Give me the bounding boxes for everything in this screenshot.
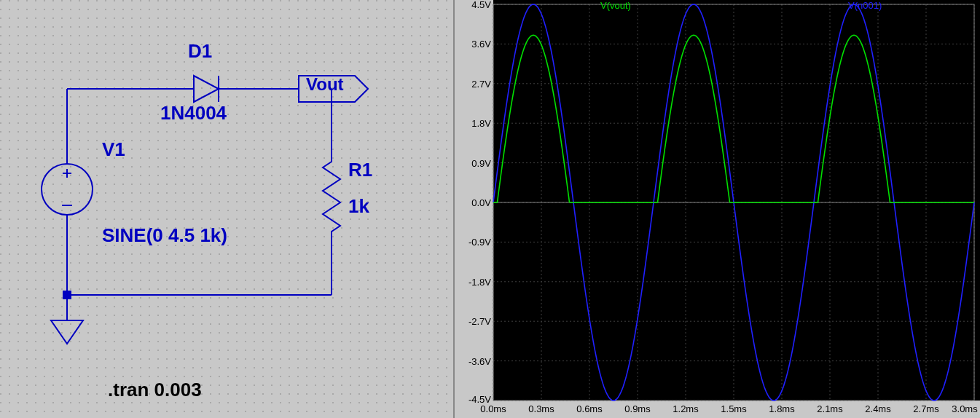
- plot-pane[interactable]: 4.5V 3.6V 2.7V 1.8V 0.9V 0.0V -0.9V -1.8…: [455, 0, 980, 418]
- y-tick: 2.7V: [456, 78, 491, 89]
- x-tick: 2.4ms: [865, 403, 890, 414]
- plot-svg: [455, 0, 980, 418]
- net-label-text[interactable]: Vout: [306, 74, 344, 95]
- y-tick: 1.8V: [456, 118, 491, 129]
- source-refdes[interactable]: V1: [102, 138, 125, 161]
- x-tick: 1.5ms: [721, 403, 746, 414]
- y-tick: -3.6V: [456, 355, 491, 366]
- schematic-svg: [0, 0, 453, 418]
- schematic-pane[interactable]: D1 1N4004 V1 SINE(0 4.5 1k) R1 1k Vout .…: [0, 0, 455, 418]
- x-tick: 1.2ms: [673, 403, 698, 414]
- spice-directive[interactable]: .tran 0.003: [108, 379, 202, 401]
- legend-vout[interactable]: V(vout): [600, 0, 631, 11]
- x-tick: 1.8ms: [769, 403, 794, 414]
- x-tick: 0.6ms: [576, 403, 602, 414]
- svg-rect-2: [0, 0, 453, 418]
- y-tick: 3.6V: [456, 39, 491, 50]
- legend-vn001[interactable]: V(n001): [848, 0, 882, 11]
- x-tick: 2.1ms: [817, 403, 842, 414]
- y-tick: -2.7V: [456, 316, 491, 327]
- y-tick: 0.0V: [456, 197, 491, 208]
- resistor-refdes[interactable]: R1: [348, 159, 372, 181]
- y-tick: 0.9V: [456, 157, 491, 168]
- x-tick: 0.3ms: [528, 403, 554, 414]
- x-tick: 0.9ms: [624, 403, 650, 414]
- diode-model[interactable]: 1N4004: [160, 102, 227, 125]
- y-tick: -0.9V: [456, 237, 491, 248]
- resistor-value[interactable]: 1k: [348, 195, 369, 218]
- y-tick: -1.8V: [456, 276, 491, 287]
- x-tick: 3.0ms: [952, 403, 977, 414]
- x-tick: 2.7ms: [913, 403, 938, 414]
- source-value[interactable]: SINE(0 4.5 1k): [102, 224, 227, 247]
- x-tick: 0.0ms: [480, 403, 506, 414]
- y-tick: 4.5V: [456, 0, 491, 10]
- diode-refdes[interactable]: D1: [188, 40, 212, 63]
